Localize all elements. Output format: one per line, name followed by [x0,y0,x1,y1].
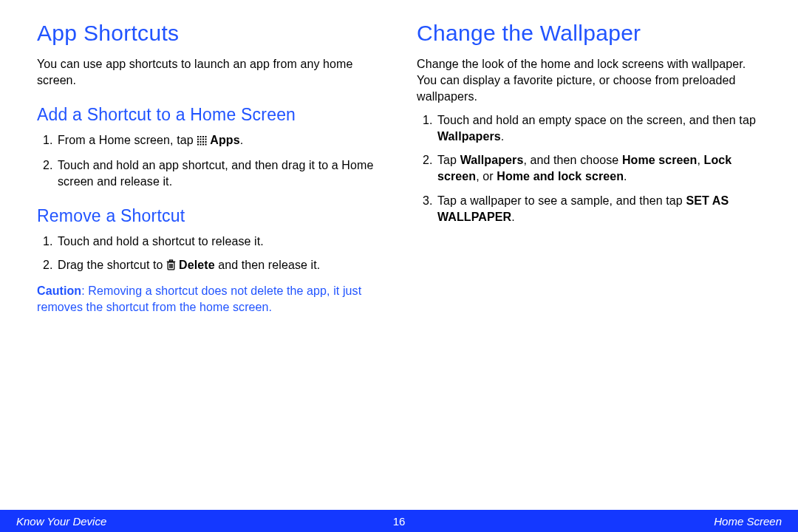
step: Touch and hold an app shortcut, and then… [56,157,381,190]
svg-rect-11 [205,141,207,143]
svg-rect-10 [202,141,204,143]
text: . [501,130,505,143]
step: Touch and hold an empty space on the scr… [436,112,761,145]
svg-rect-0 [197,136,199,137]
text: , and then choose [523,154,621,166]
svg-rect-2 [202,136,204,137]
label-wallpapers: Wallpapers [460,154,524,166]
heading-app-shortcuts: App Shortcuts [37,21,381,46]
svg-rect-14 [202,144,204,146]
text: From a Home screen, tap [58,134,197,146]
footer-left: Know Your Device [16,515,106,528]
text: Tap a wallpaper to see a sample, and the… [437,194,686,207]
right-column: Change the Wallpaper Change the look of … [417,21,761,316]
label-delete: Delete [179,259,215,271]
text: . [240,134,244,146]
text: Drag the shortcut to [58,259,166,271]
svg-rect-9 [200,141,202,143]
svg-rect-7 [205,139,207,140]
text: . [511,211,515,223]
svg-rect-5 [200,139,202,140]
caution-label: Caution [37,284,81,297]
svg-rect-4 [197,139,199,140]
svg-rect-13 [200,144,202,146]
intro-change-wallpaper: Change the look of the home and lock scr… [417,56,761,105]
steps-add-shortcut: From a Home screen, tap Apps. Touch and … [37,132,381,190]
steps-change-wallpaper: Touch and hold an empty space on the scr… [417,112,761,225]
footer-page-number: 16 [393,515,406,528]
step: Touch and hold a shortcut to release it. [56,233,381,250]
caution-note: Caution: Removing a shortcut does not de… [37,283,381,316]
manual-page: App Shortcuts You can use app shortcuts … [0,0,798,532]
text: Tap [437,154,460,166]
step: Drag the shortcut to Delete and then rel… [56,257,381,275]
intro-app-shortcuts: You can use app shortcuts to launch an a… [37,56,381,89]
page-footer: Know Your Device 16 Home Screen [0,510,798,532]
label-home-and-lock: Home and lock screen [497,170,624,183]
svg-rect-3 [205,136,207,137]
svg-rect-6 [202,139,204,140]
caution-body: : Removing a shortcut does not delete th… [37,284,361,313]
text: Touch and hold an empty space on the scr… [437,114,756,126]
label-apps: Apps [210,134,239,146]
heading-add-shortcut: Add a Shortcut to a Home Screen [37,105,381,125]
left-column: App Shortcuts You can use app shortcuts … [37,21,381,316]
step: From a Home screen, tap Apps. [56,132,381,150]
footer-right: Home Screen [714,515,782,528]
svg-rect-12 [197,144,199,146]
step: Tap a wallpaper to see a sample, and the… [436,193,761,225]
text: and then release it. [215,259,321,271]
svg-rect-18 [170,260,173,262]
text: , [697,154,703,166]
svg-rect-8 [197,141,199,143]
heading-remove-shortcut: Remove a Shortcut [37,206,381,226]
heading-change-wallpaper: Change the Wallpaper [417,21,761,46]
label-wallpapers: Wallpapers [437,130,501,143]
two-column-layout: App Shortcuts You can use app shortcuts … [37,21,761,316]
apps-grid-icon [197,134,207,150]
text: . [624,170,627,183]
steps-remove-shortcut: Touch and hold a shortcut to release it.… [37,233,381,275]
text: , or [476,170,497,183]
svg-rect-15 [205,144,207,146]
trash-icon [166,259,176,275]
svg-rect-1 [200,136,202,137]
label-home-screen: Home screen [622,154,698,166]
step: Tap Wallpapers, and then choose Home scr… [436,152,761,185]
